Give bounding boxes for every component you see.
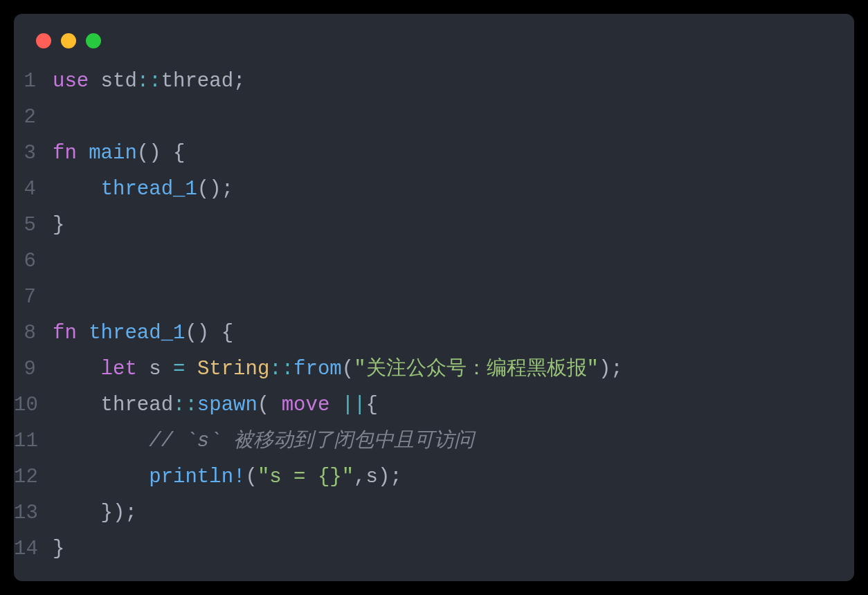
code-content[interactable]: } [53,208,64,244]
token-punct [329,394,341,416]
token-punct [53,178,101,201]
token-punct: () { [185,322,233,345]
token-punct [53,358,101,381]
token-op: :: [137,70,161,93]
code-line[interactable]: 12 println!("s = {}",s); [14,459,854,495]
token-punct: thread [53,394,173,416]
code-line[interactable]: 10 thread::spawn( move ||{ [14,387,854,423]
token-punct [77,142,89,165]
token-punct: ); [599,358,623,381]
token-punct: ( [257,394,282,416]
line-number: 8 [14,315,53,351]
token-punct: (); [197,178,233,201]
code-content[interactable]: }); [53,495,137,531]
line-number: 10 [14,387,53,423]
line-number: 7 [14,280,53,315]
code-window: 1use std::thread;2 3fn main() {4 thread_… [14,14,854,581]
token-punct: ( [342,358,354,381]
code-line[interactable]: 7 [14,280,854,315]
token-type: String [197,358,269,381]
token-func: println! [149,466,245,488]
code-content[interactable]: use std::thread; [53,64,245,100]
token-func: thread_1 [101,178,197,201]
code-line[interactable]: 8fn thread_1() { [14,315,854,351]
line-number: 2 [14,100,53,136]
code-content[interactable]: println!("s = {}",s); [53,459,402,495]
token-ident: thread [161,70,233,93]
code-content[interactable]: // `s` 被移动到了闭包中且可访问 [53,423,474,459]
code-line[interactable]: 6 [14,244,854,280]
code-line[interactable]: 14} [14,531,854,567]
code-content[interactable]: thread_1(); [53,172,233,208]
code-content[interactable]: fn thread_1() { [53,315,233,351]
token-func: thread_1 [89,322,185,345]
code-line[interactable]: 5} [14,208,854,244]
code-content[interactable] [53,244,64,280]
code-line[interactable]: 9 let s = String::from("关注公众号：编程黑板报"); [14,351,854,387]
close-icon[interactable] [36,33,51,48]
token-op: :: [269,358,293,381]
token-punct [185,358,197,381]
token-keyword: fn [53,142,77,165]
token-punct [53,466,149,488]
code-content[interactable] [53,100,64,136]
token-punct: } [53,538,64,560]
line-number: 5 [14,208,53,244]
token-punct: s [137,358,173,381]
token-comment: // `s` 被移动到了闭包中且可访问 [149,430,474,452]
code-content[interactable] [53,280,64,315]
line-number: 14 [14,531,53,567]
token-punct [77,322,89,345]
window-titlebar [14,33,854,64]
token-func: spawn [197,394,257,416]
code-line[interactable]: 11 // `s` 被移动到了闭包中且可访问 [14,423,854,459]
code-line[interactable]: 1use std::thread; [14,64,854,100]
code-line[interactable]: 2 [14,100,854,136]
token-op: || [342,394,366,416]
code-content[interactable]: } [53,531,64,567]
token-punct [53,430,149,452]
token-punct: ,s); [354,466,402,488]
token-punct: ( [245,466,257,488]
token-func: from [293,358,342,381]
token-func: main [89,142,137,165]
token-op: :: [173,394,197,416]
token-string: "关注公众号：编程黑板报" [354,358,599,381]
line-number: 1 [14,64,53,100]
code-content[interactable]: thread::spawn( move ||{ [53,387,378,423]
line-number: 4 [14,172,53,208]
token-punct: }); [53,502,137,524]
token-string: "s = {}" [257,466,354,488]
code-editor[interactable]: 1use std::thread;2 3fn main() {4 thread_… [14,64,854,567]
code-content[interactable]: fn main() { [53,136,185,172]
code-line[interactable]: 13 }); [14,495,854,531]
code-content[interactable]: let s = String::from("关注公众号：编程黑板报"); [53,351,623,387]
line-number: 12 [14,459,53,495]
token-punct: std [89,70,137,93]
token-keyword: fn [53,322,77,345]
token-punct: ; [233,70,245,93]
line-number: 6 [14,244,53,280]
token-keyword: let [101,358,137,381]
token-keyword: use [53,70,89,93]
token-punct: { [366,394,378,416]
token-punct: } [53,214,64,237]
maximize-icon[interactable] [86,33,101,48]
code-line[interactable]: 4 thread_1(); [14,172,854,208]
token-keyword: move [282,394,330,416]
token-punct: () { [137,142,186,165]
line-number: 13 [14,495,53,531]
line-number: 9 [14,351,53,387]
minimize-icon[interactable] [61,33,76,48]
line-number: 3 [14,136,53,172]
line-number: 11 [14,423,53,459]
code-line[interactable]: 3fn main() { [14,136,854,172]
token-op: = [173,358,185,381]
